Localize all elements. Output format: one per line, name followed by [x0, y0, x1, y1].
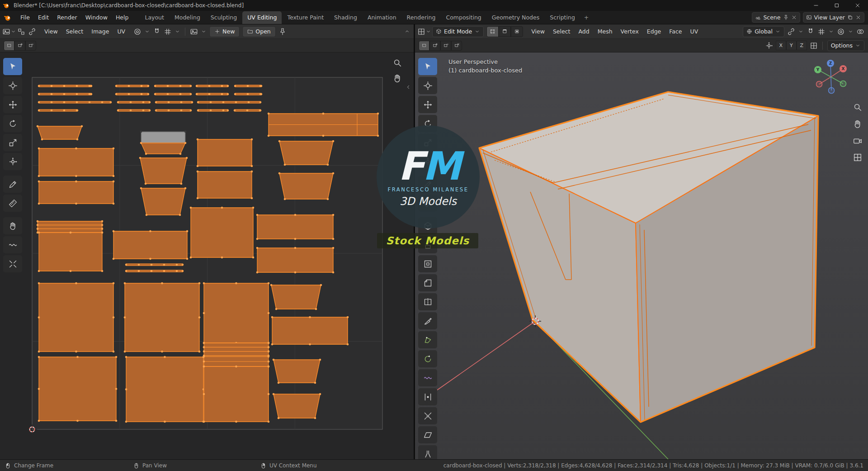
tab-sculpting[interactable]: Sculpting [206, 11, 242, 24]
vp-menu-select[interactable]: Select [549, 27, 574, 36]
uv-island[interactable] [38, 221, 102, 233]
tab-geometry-nodes[interactable]: Geometry Nodes [487, 11, 544, 24]
pivot-point-icon[interactable] [787, 28, 795, 36]
tweak-select-tool[interactable] [3, 58, 22, 75]
uv-edge-strip[interactable] [126, 270, 183, 272]
proportional-editing-icon[interactable] [133, 28, 142, 36]
zoom-icon[interactable] [392, 58, 402, 68]
new-image-button[interactable]: New [209, 26, 240, 37]
cursor-tool[interactable] [418, 77, 437, 94]
uv-island[interactable] [39, 148, 113, 176]
rotate-tool[interactable] [3, 115, 22, 132]
menu-help[interactable]: Help [112, 13, 132, 22]
uv-island[interactable] [113, 231, 187, 259]
uv-island[interactable] [204, 283, 269, 343]
mode-dropdown[interactable]: Edit Mode [432, 26, 484, 37]
remove-view-layer-icon[interactable] [855, 14, 861, 20]
uv-edge-strip[interactable] [116, 85, 148, 87]
transform-orientation-dropdown[interactable]: Global [743, 26, 784, 37]
vp-menu-face[interactable]: Face [665, 27, 685, 36]
pan-hand-icon[interactable] [853, 119, 863, 129]
uv-edge-strip[interactable] [155, 85, 191, 87]
mirror-y-button[interactable]: Y [786, 41, 797, 50]
uv-menu-view[interactable]: View [41, 27, 61, 36]
tab-texture-paint[interactable]: Texture Paint [282, 11, 329, 24]
uv-canvas[interactable] [0, 52, 414, 459]
proportional-editing-icon[interactable] [837, 28, 845, 36]
maximize-button[interactable] [826, 0, 847, 11]
select-mode-new[interactable] [4, 41, 14, 51]
tab-uv-editing[interactable]: UV Editing [242, 11, 282, 24]
inset-faces-tool[interactable] [418, 255, 437, 272]
vp-menu-view[interactable]: View [528, 27, 548, 36]
vp-menu-add[interactable]: Add [575, 27, 593, 36]
relax-tool[interactable] [3, 236, 22, 253]
snap-to-icon[interactable] [810, 42, 818, 50]
new-view-layer-icon[interactable] [847, 14, 853, 20]
pan-hand-icon[interactable] [392, 73, 402, 83]
uv-island[interactable] [279, 173, 333, 199]
gizmo-axis-negative[interactable] [840, 81, 846, 87]
vp-menu-edge[interactable]: Edge [643, 27, 665, 36]
uv-island[interactable] [39, 283, 113, 352]
tab-compositing[interactable]: Compositing [441, 11, 486, 24]
pin-image-icon[interactable] [278, 28, 287, 36]
move-tool[interactable] [3, 96, 22, 113]
select-mode-subtract[interactable] [25, 41, 36, 51]
unlink-scene-icon[interactable] [791, 14, 797, 20]
minimize-button[interactable] [806, 0, 826, 11]
uv-editor-type-button[interactable] [4, 26, 14, 37]
uv-island[interactable] [272, 317, 348, 344]
chevron-down-icon[interactable] [175, 29, 180, 34]
view-layer-selector[interactable]: View Layer [803, 12, 865, 23]
collapse-region-icon[interactable] [406, 84, 411, 90]
pin-icon[interactable] [783, 14, 789, 20]
viewport-canvas[interactable] [415, 52, 868, 459]
uv-island[interactable] [191, 208, 253, 257]
uv-edge-strip[interactable] [126, 264, 183, 266]
uv-island[interactable] [279, 141, 333, 165]
chevron-down-icon[interactable] [201, 29, 207, 34]
tab-shading[interactable]: Shading [329, 11, 362, 24]
uv-select-link-icon[interactable] [28, 28, 36, 36]
uv-island[interactable] [274, 394, 320, 418]
uv-edge-strip[interactable] [198, 101, 260, 103]
snap-magnet-icon[interactable] [807, 28, 815, 36]
scale-tool[interactable] [3, 134, 22, 151]
add-workspace-button[interactable]: + [580, 11, 592, 24]
select-mode-intersect[interactable] [451, 41, 462, 51]
uv-edge-strip[interactable] [118, 101, 150, 103]
uv-island[interactable] [125, 283, 199, 352]
tab-rendering[interactable]: Rendering [402, 11, 441, 24]
uv-sync-select-icon[interactable] [17, 28, 25, 36]
select-mode-new[interactable] [419, 41, 429, 51]
uv-edge-strip[interactable] [118, 109, 150, 111]
uv-island[interactable] [204, 343, 269, 356]
select-mode-subtract[interactable] [440, 41, 451, 51]
loop-cut-tool[interactable] [418, 293, 437, 310]
uv-island[interactable] [39, 233, 102, 271]
overlays-icon[interactable] [856, 28, 864, 36]
bevel-tool[interactable] [418, 274, 437, 291]
image-browse-icon[interactable] [190, 28, 198, 36]
knife-tool[interactable] [418, 312, 437, 329]
vp-menu-vertex[interactable]: Vertex [617, 27, 642, 36]
uv-island[interactable] [39, 181, 113, 204]
pinch-tool[interactable] [3, 255, 22, 272]
uv-menu-select[interactable]: Select [62, 27, 87, 36]
uv-menu-image[interactable]: Image [88, 27, 113, 36]
uv-island[interactable] [126, 357, 203, 422]
uv-edge-strip[interactable] [39, 109, 77, 111]
shrink-flatten-tool[interactable] [418, 407, 437, 424]
uv-island[interactable] [198, 171, 252, 198]
camera-view-icon[interactable] [853, 136, 863, 146]
snap-target-icon[interactable] [164, 28, 172, 36]
select-mode-extend[interactable] [14, 41, 25, 51]
tab-layout[interactable]: Layout [140, 11, 169, 24]
snap-magnet-icon[interactable] [153, 28, 161, 36]
app-menu-icon[interactable] [4, 13, 13, 22]
uv-island[interactable] [141, 188, 185, 215]
uv-edge-strip[interactable] [156, 101, 192, 103]
uv-island[interactable] [198, 139, 252, 166]
collapse-header-icon[interactable] [404, 29, 410, 34]
